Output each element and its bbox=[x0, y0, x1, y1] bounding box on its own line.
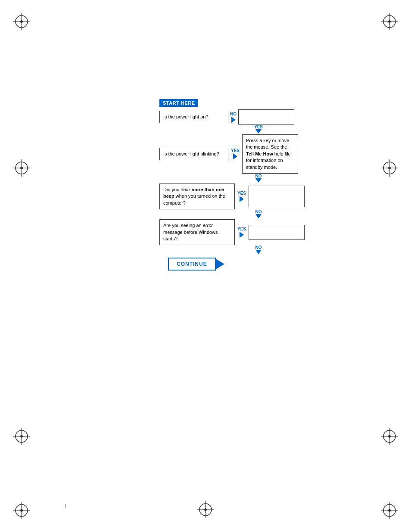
svg-point-23 bbox=[388, 167, 391, 169]
mid-mark-left-top bbox=[13, 159, 30, 177]
q1-no-path: NO bbox=[230, 109, 294, 124]
q1-no-answer bbox=[238, 109, 294, 124]
corner-mark-tr bbox=[381, 13, 398, 30]
q4-yes-answer bbox=[249, 225, 305, 240]
q3-yes-path: YES bbox=[237, 186, 305, 207]
q2-no-arrow bbox=[255, 178, 262, 183]
q2-box: Is the power light blinking? bbox=[159, 148, 228, 160]
flowchart: START HERE Is the power light on? NO YES… bbox=[159, 99, 323, 271]
page-number: | bbox=[65, 503, 66, 508]
svg-point-27 bbox=[20, 435, 23, 438]
q2-no-path: NO bbox=[194, 174, 323, 183]
q2-yes-answer: Press a key or move the mouse. See the T… bbox=[242, 134, 298, 174]
mid-mark-left-bot bbox=[13, 428, 30, 446]
q4-box: Are you seeing an error message before W… bbox=[159, 219, 235, 245]
q3-yes-answer bbox=[249, 186, 305, 207]
q4-row: Are you seeing an error message before W… bbox=[159, 219, 323, 245]
q3-row: Did you hear more than one beep when you… bbox=[159, 184, 323, 209]
svg-point-15 bbox=[388, 509, 391, 512]
q1-no-arrow bbox=[231, 117, 236, 123]
q3-box: Did you hear more than one beep when you… bbox=[159, 184, 235, 209]
mid-mark-right-top bbox=[381, 159, 398, 177]
svg-point-31 bbox=[388, 435, 391, 438]
start-here-label: START HERE bbox=[159, 99, 323, 109]
q2-yes-arrow bbox=[233, 153, 237, 159]
corner-mark-bl bbox=[13, 502, 30, 519]
svg-point-3 bbox=[20, 20, 23, 23]
q3-no-path: NO bbox=[194, 209, 323, 218]
svg-point-35 bbox=[204, 508, 207, 511]
continue-button[interactable]: CONTINUE bbox=[168, 258, 323, 271]
mid-mark-bottom bbox=[197, 501, 214, 519]
svg-point-11 bbox=[20, 509, 23, 512]
q1-box: Is the power light on? bbox=[159, 111, 228, 123]
mid-mark-right-bot bbox=[381, 428, 398, 446]
q4-no-path: NO bbox=[194, 245, 323, 254]
svg-point-7 bbox=[388, 20, 391, 23]
continue-arrow bbox=[216, 259, 224, 269]
q4-yes-arrow bbox=[240, 232, 244, 238]
svg-point-19 bbox=[20, 167, 23, 169]
q1-yes-path: YES bbox=[194, 124, 323, 134]
q3-no-arrow bbox=[255, 214, 262, 218]
q1-row: Is the power light on? NO bbox=[159, 109, 323, 124]
corner-mark-br bbox=[381, 502, 398, 519]
q4-no-arrow bbox=[255, 250, 262, 254]
q2-row: Is the power light blinking? YES Press a… bbox=[159, 134, 323, 174]
q2-yes-path: YES Press a key or move the mouse. See t… bbox=[230, 134, 298, 174]
q1-yes-arrow bbox=[255, 129, 262, 134]
corner-mark-tl bbox=[13, 13, 30, 30]
q4-yes-path: YES bbox=[237, 225, 305, 240]
q3-yes-arrow bbox=[240, 196, 244, 202]
